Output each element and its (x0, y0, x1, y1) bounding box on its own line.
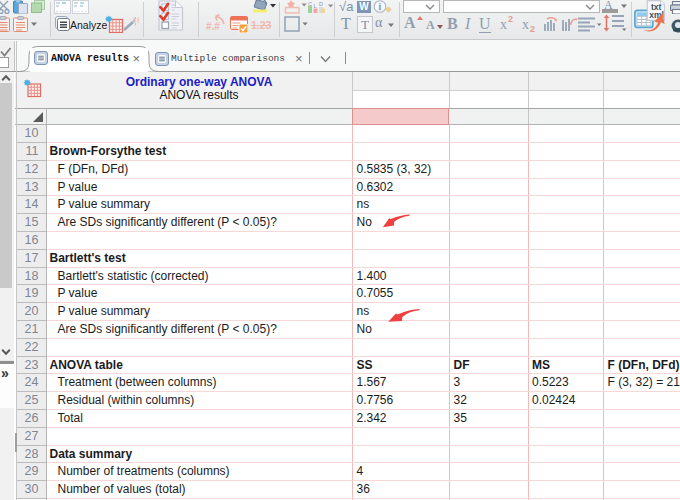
svg-text:i: i (378, 2, 381, 12)
svg-text:L: L (314, 3, 317, 9)
svg-text:D: D (319, 1, 323, 7)
svg-text:C: C (308, 1, 312, 7)
